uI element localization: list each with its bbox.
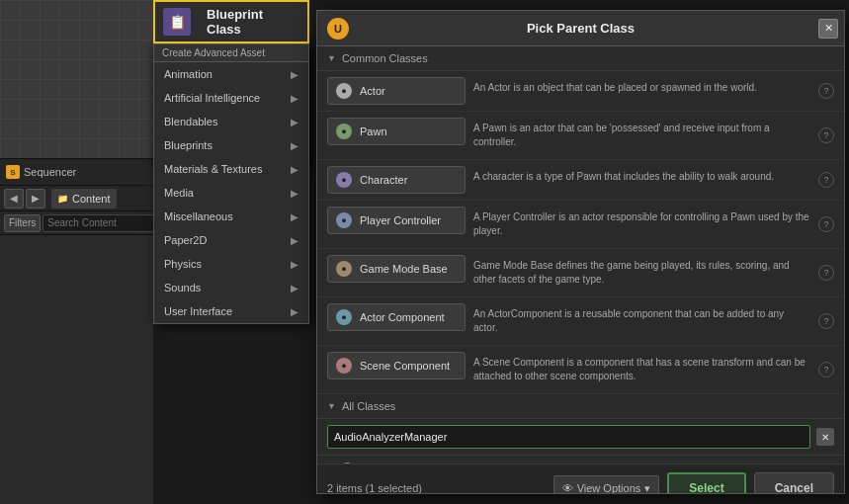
character-desc: A character is a type of Pawn that inclu… <box>466 166 818 188</box>
actor-component-label: Actor Component <box>360 311 445 323</box>
character-button[interactable]: ● Character <box>327 166 466 194</box>
view-options-label: View Options <box>577 482 641 493</box>
gamemode-button[interactable]: ● Game Mode Base <box>327 255 466 283</box>
blueprint-class-label: Blueprint Class <box>207 7 299 37</box>
menu-media[interactable]: Media▶ <box>154 181 308 205</box>
pick-parent-class-dialog: U Pick Parent Class ✕ ▼ Common Classes ●… <box>316 10 845 494</box>
actor-component-icon: ● <box>336 309 352 325</box>
view-options-button[interactable]: 👁 View Options ▾ <box>553 475 660 493</box>
unreal-logo: U <box>327 18 349 40</box>
menu-paper2d[interactable]: Paper2D▶ <box>154 228 308 252</box>
pawn-help-icon[interactable]: ? <box>818 127 834 143</box>
actor-button[interactable]: ● Actor <box>327 77 466 105</box>
dialog-body: ▼ Common Classes ● Actor An Actor is an … <box>317 46 844 493</box>
class-item-player-controller[interactable]: ● Player Controller A Player Controller … <box>317 201 844 249</box>
nav-bar: ◀ ▶ 📁 Content <box>0 186 153 211</box>
pawn-label: Pawn <box>360 126 387 137</box>
common-classes-label: Common Classes <box>342 52 428 64</box>
sequencer-icon: S <box>6 165 20 179</box>
class-item-actor-component[interactable]: ● Actor Component An ActorComponent is a… <box>317 297 844 346</box>
blueprint-icon: 📋 <box>163 8 191 36</box>
dialog-footer: 2 items (1 selected) 👁 View Options ▾ Se… <box>317 463 844 493</box>
all-classes-search-bar: ✕ <box>317 419 844 456</box>
forward-button[interactable]: ▶ <box>26 189 45 209</box>
actor-help-icon[interactable]: ? <box>818 83 834 99</box>
create-advanced-asset-menu: Create Advanced Asset Animation▶ Artific… <box>153 43 309 324</box>
gamemode-help-icon[interactable]: ? <box>818 265 834 281</box>
chevron-down-icon: ▾ <box>644 482 650 494</box>
menu-sounds[interactable]: Sounds▶ <box>154 276 308 299</box>
actor-component-button[interactable]: ● Actor Component <box>327 303 466 331</box>
menu-blendables[interactable]: Blendables▶ <box>154 110 308 133</box>
scene-component-icon: ● <box>336 358 352 374</box>
scene-component-desc: A Scene Component is a component that ha… <box>466 352 818 387</box>
blueprint-class-item[interactable]: 📋 Blueprint Class <box>153 0 309 43</box>
actor-label: Actor <box>360 85 385 97</box>
all-classes-arrow-icon: ▼ <box>327 401 336 411</box>
clear-search-button[interactable]: ✕ <box>816 428 834 446</box>
assets-area <box>0 235 153 504</box>
content-tab-label: Content <box>72 193 111 205</box>
gamemode-icon: ● <box>336 261 352 277</box>
actor-component-desc: An ActorComponent is a reusable componen… <box>466 303 818 339</box>
menu-animation[interactable]: Animation▶ <box>154 62 308 86</box>
sequencer-bar: S Sequencer <box>0 158 153 186</box>
common-classes-section-header: ▼ Common Classes <box>317 46 844 71</box>
content-tab[interactable]: 📁 Content <box>51 189 117 209</box>
class-item-gamemode[interactable]: ● Game Mode Base Game Mode Base defines … <box>317 249 844 297</box>
dialog-title: Pick Parent Class <box>527 21 635 36</box>
cancel-button[interactable]: Cancel <box>754 472 834 493</box>
actor-component-help-icon[interactable]: ? <box>818 313 834 329</box>
common-arrow-icon: ▼ <box>327 53 336 63</box>
all-classes-search-input[interactable] <box>327 425 810 449</box>
footer-actions: 👁 View Options ▾ Select Cancel <box>553 472 834 493</box>
scene-component-label: Scene Component <box>360 360 450 372</box>
menu-physics[interactable]: Physics▶ <box>154 252 308 276</box>
all-classes-label: All Classes <box>342 400 395 412</box>
menu-ai[interactable]: Artificial Intelligence▶ <box>154 86 308 110</box>
pawn-icon: ● <box>336 124 352 139</box>
character-label: Character <box>360 174 407 186</box>
create-advanced-header: Create Advanced Asset <box>154 44 308 62</box>
class-item-scene-component[interactable]: ● Scene Component A Scene Component is a… <box>317 346 844 394</box>
class-tree: ▼ ● Object ● AudioAnalyzerManager <box>317 456 844 463</box>
player-controller-desc: A Player Controller is an actor responsi… <box>466 207 818 242</box>
back-button[interactable]: ◀ <box>4 189 24 209</box>
player-controller-icon: ● <box>336 212 352 228</box>
dialog-titlebar: U Pick Parent Class ✕ <box>317 11 844 46</box>
character-icon: ● <box>336 172 352 188</box>
character-help-icon[interactable]: ? <box>818 172 834 188</box>
player-controller-label: Player Controller <box>360 214 441 226</box>
menu-user-interface[interactable]: User Interface▶ <box>154 299 308 323</box>
viewport-area <box>0 0 153 158</box>
dialog-close-button[interactable]: ✕ <box>818 19 838 39</box>
class-item-actor[interactable]: ● Actor An Actor is an object that can b… <box>317 71 844 112</box>
actor-icon: ● <box>336 83 352 99</box>
scene-component-button[interactable]: ● Scene Component <box>327 352 466 379</box>
player-controller-button[interactable]: ● Player Controller <box>327 207 466 234</box>
pawn-desc: A Pawn is an actor that can be 'possesse… <box>466 118 818 153</box>
class-item-character[interactable]: ● Character A character is a type of Paw… <box>317 160 844 201</box>
pawn-button[interactable]: ● Pawn <box>327 118 466 145</box>
player-controller-help-icon[interactable]: ? <box>818 216 834 232</box>
folder-icon: 📁 <box>57 194 68 204</box>
menu-blueprints[interactable]: Blueprints▶ <box>154 133 308 157</box>
select-button[interactable]: Select <box>667 472 745 493</box>
class-item-pawn[interactable]: ● Pawn A Pawn is an actor that can be 'p… <box>317 112 844 160</box>
gamemode-desc: Game Mode Base defines the game being pl… <box>466 255 818 291</box>
eye-icon: 👁 <box>562 482 573 493</box>
left-panel: S Sequencer ◀ ▶ 📁 Content Filters <box>0 0 153 504</box>
menu-miscellaneous[interactable]: Miscellaneous▶ <box>154 205 308 228</box>
all-classes-section: ▼ All Classes ✕ ▼ ● Object ● AudioAnalyz… <box>317 394 844 493</box>
filters-button[interactable]: Filters <box>4 214 41 232</box>
search-bar: Filters <box>0 211 153 235</box>
items-count: 2 items (1 selected) <box>327 482 422 493</box>
menu-materials-textures[interactable]: Materials & Textures▶ <box>154 157 308 181</box>
scene-component-help-icon[interactable]: ? <box>818 362 834 378</box>
common-class-list: ● Actor An Actor is an object that can b… <box>317 71 844 394</box>
actor-desc: An Actor is an object that can be placed… <box>466 77 818 99</box>
gamemode-label: Game Mode Base <box>360 263 448 275</box>
sequencer-label: Sequencer <box>24 166 76 178</box>
all-classes-section-header: ▼ All Classes <box>317 394 844 419</box>
